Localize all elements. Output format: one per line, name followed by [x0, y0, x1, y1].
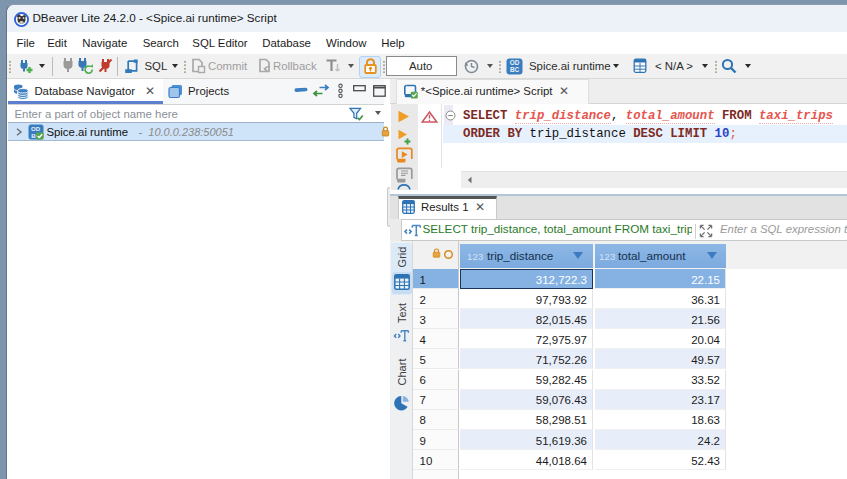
svg-text:OD: OD — [510, 59, 520, 66]
svg-text:OD: OD — [31, 126, 41, 132]
svg-text:BC: BC — [510, 66, 520, 73]
